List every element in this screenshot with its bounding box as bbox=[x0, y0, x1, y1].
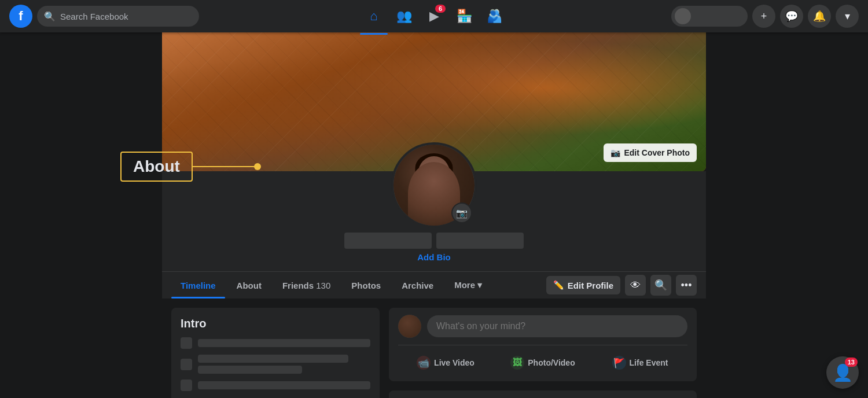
intro-title: Intro bbox=[181, 317, 370, 330]
cover-section: 📷 Edit Cover Photo 📷 bbox=[162, 32, 706, 271]
post-box: 📹 Live Video 🖼 Photo/Video 🚩 Life Event bbox=[389, 308, 697, 381]
camera-icon: 📷 bbox=[610, 148, 620, 157]
intro-text-3 bbox=[198, 381, 370, 389]
life-event-icon: 🚩 bbox=[612, 356, 626, 370]
photo-video-label: Photo/Video bbox=[528, 358, 575, 367]
right-column: 📹 Live Video 🖼 Photo/Video 🚩 Life Event bbox=[389, 308, 697, 398]
view-as-button[interactable]: 👁 bbox=[625, 275, 646, 296]
intro-text-2b bbox=[198, 366, 302, 374]
post-input[interactable] bbox=[427, 315, 687, 337]
profile-name: ██████ ██████ bbox=[344, 233, 524, 249]
posts-section: Posts ⚙ Filters ⚙ Manage Posts bbox=[389, 390, 697, 398]
profile-avatar-wrap: 📷 bbox=[391, 142, 477, 228]
avatar-camera-icon: 📷 bbox=[456, 208, 468, 219]
edit-profile-label: Edit Profile bbox=[568, 281, 613, 290]
edit-profile-button[interactable]: ✏️ Edit Profile bbox=[546, 276, 620, 294]
search-box[interactable]: 🔍 bbox=[37, 6, 199, 27]
edit-cover-button[interactable]: 📷 Edit Cover Photo bbox=[604, 143, 697, 162]
nav-left: f 🔍 bbox=[9, 5, 206, 28]
menu-button[interactable]: ▾ bbox=[836, 5, 859, 28]
edit-cover-label: Edit Cover Photo bbox=[624, 148, 690, 157]
post-actions-row: 📹 Live Video 🖼 Photo/Video 🚩 Life Event bbox=[398, 345, 687, 374]
photo-video-button[interactable]: 🖼 Photo/Video bbox=[495, 351, 590, 374]
tab-about[interactable]: About bbox=[227, 272, 271, 298]
nav-center: ⌂ 👥 ▶ 6 🏪 🫂 bbox=[360, 2, 508, 30]
profile-section: 📷 ██████ ██████ Add Bio bbox=[162, 171, 706, 271]
nav-right: ██████ + 💬 🔔 ▾ bbox=[662, 5, 859, 28]
profile-last-name-text: ██████ bbox=[436, 233, 524, 249]
search-profile-icon: 🔍 bbox=[654, 279, 667, 292]
intro-text-1 bbox=[198, 339, 370, 347]
friends-count: 130 bbox=[316, 281, 330, 290]
intro-item-3 bbox=[181, 379, 370, 391]
avatar-camera-button[interactable]: 📷 bbox=[451, 202, 472, 223]
search-profile-button[interactable]: 🔍 bbox=[650, 275, 671, 296]
friends-tab-label: Friends bbox=[282, 281, 314, 290]
add-bio-button[interactable]: Add Bio bbox=[417, 252, 451, 262]
live-video-icon: 📹 bbox=[417, 356, 431, 370]
profile-chip[interactable]: ██████ bbox=[671, 6, 748, 27]
ellipsis-icon: ••• bbox=[681, 279, 692, 292]
live-video-button[interactable]: 📹 Live Video bbox=[398, 351, 493, 374]
top-navigation: f 🔍 ⌂ 👥 ▶ 6 🏪 🫂 ██████ + 💬 🔔 ▾ bbox=[0, 0, 868, 32]
main-content: 📷 Edit Cover Photo 📷 bbox=[0, 32, 868, 398]
profile-chip-name: ██████ bbox=[694, 10, 741, 23]
marketplace-nav-button[interactable]: 🏪 bbox=[450, 2, 478, 30]
tab-photos[interactable]: Photos bbox=[342, 272, 390, 298]
intro-icon-2 bbox=[181, 359, 192, 370]
tab-friends[interactable]: Friends 130 bbox=[273, 272, 340, 298]
groups-nav-button[interactable]: 🫂 bbox=[480, 2, 508, 30]
intro-item-1 bbox=[181, 337, 370, 349]
tab-more[interactable]: More ▾ bbox=[445, 272, 491, 298]
content-area: Intro Edit Details Add Ho bbox=[162, 298, 706, 398]
profile-tabs: Timeline About Friends 130 Photos Archiv… bbox=[162, 271, 706, 298]
photo-video-icon: 🖼 bbox=[510, 356, 524, 370]
notifications-button[interactable]: 🔔 bbox=[808, 5, 831, 28]
post-input-row bbox=[398, 315, 687, 338]
intro-icon-3 bbox=[181, 379, 192, 391]
chat-button[interactable]: 👤 13 bbox=[826, 356, 859, 389]
left-column: Intro Edit Details Add Ho bbox=[171, 308, 380, 398]
intro-card: Intro Edit Details Add Ho bbox=[171, 308, 380, 398]
profile-info-row: 📷 ██████ ██████ Add Bio bbox=[162, 171, 706, 271]
intro-item-2 bbox=[181, 355, 370, 374]
live-video-label: Live Video bbox=[434, 358, 475, 367]
life-event-label: Life Event bbox=[630, 358, 668, 367]
friends-nav-button[interactable]: 👥 bbox=[390, 2, 418, 30]
messenger-button[interactable]: 💬 bbox=[780, 5, 803, 28]
edit-pencil-icon: ✏️ bbox=[553, 280, 564, 290]
tab-timeline[interactable]: Timeline bbox=[171, 272, 225, 298]
nav-avatar bbox=[675, 8, 691, 24]
post-avatar bbox=[398, 315, 421, 338]
search-input[interactable] bbox=[60, 12, 192, 21]
tab-actions: ✏️ Edit Profile 👁 🔍 ••• bbox=[546, 275, 697, 296]
profile-name-text: ██████ bbox=[344, 233, 432, 249]
search-icon: 🔍 bbox=[44, 11, 56, 22]
chat-badge: 13 bbox=[845, 358, 858, 367]
video-badge: 6 bbox=[435, 5, 446, 13]
eye-icon: 👁 bbox=[630, 279, 641, 292]
life-event-button[interactable]: 🚩 Life Event bbox=[593, 351, 687, 374]
home-nav-button[interactable]: ⌂ bbox=[360, 2, 388, 30]
video-nav-button[interactable]: ▶ 6 bbox=[420, 2, 448, 30]
facebook-logo[interactable]: f bbox=[9, 5, 32, 28]
more-profile-button[interactable]: ••• bbox=[676, 275, 697, 296]
intro-icon-1 bbox=[181, 337, 192, 349]
intro-text-2a bbox=[198, 355, 348, 363]
tab-archive[interactable]: Archive bbox=[392, 272, 443, 298]
create-button[interactable]: + bbox=[752, 5, 775, 28]
